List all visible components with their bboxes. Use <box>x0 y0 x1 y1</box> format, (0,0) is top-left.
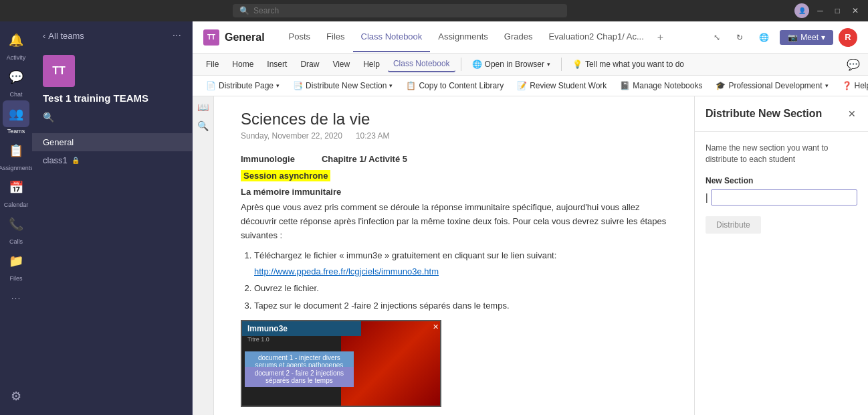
tab-class-notebook[interactable]: Class Notebook <box>353 22 431 52</box>
activity-label: Activity <box>7 55 26 61</box>
assignments-label: Assignments <box>0 165 33 171</box>
menu-class-notebook[interactable]: Class Notebook <box>388 56 455 72</box>
sidebar-item-more[interactable]: ··· <box>3 284 29 311</box>
channel-general[interactable]: General <box>32 133 192 151</box>
sidebar-item-calls[interactable]: 📞 Calls <box>3 211 29 245</box>
prof-dev-icon: 🎓 <box>716 81 726 90</box>
sidebar-item-calendar[interactable]: 📅 Calendar <box>3 174 29 208</box>
files-icon: 📁 <box>3 248 29 274</box>
maximize-button[interactable]: □ <box>831 5 844 17</box>
teams-label: Teams <box>7 129 25 135</box>
sidebar-item-chat[interactable]: 💬 Chat <box>3 64 29 98</box>
minimize-button[interactable]: ─ <box>813 5 827 17</box>
subject-label: Immunologie <box>241 154 295 164</box>
refresh-button[interactable]: ↻ <box>731 30 748 45</box>
teams-panel: ‹ All teams ··· TT Test 1 training TEAMS… <box>32 21 193 415</box>
back-label: All teams <box>48 31 84 41</box>
prof-dev-dropdown: ▾ <box>825 82 829 89</box>
list-item: Tapez sur le document 2 -faire 2 injecti… <box>254 298 667 313</box>
channel-search[interactable]: 🔍 <box>32 106 192 128</box>
subject-row: Immunologie Chapitre 1/ Activité 5 <box>241 154 667 164</box>
search-icon: 🔍 <box>239 6 249 15</box>
page-title: Sciences de la vie <box>241 110 667 129</box>
review-student-work-button[interactable]: 📝 Review Student Work <box>512 78 612 93</box>
help-feedback-button[interactable]: ❓ Help and Feedback ▾ <box>837 78 869 93</box>
immuno-link[interactable]: http://www.ppeda.free.fr/lcgjciels/immun… <box>254 266 439 276</box>
add-tab-button[interactable]: + <box>652 23 669 52</box>
sidebar-item-files[interactable]: 📁 Files <box>3 248 29 282</box>
browser-icon: 🌐 <box>472 60 482 69</box>
immuno-btn2[interactable]: document 2 - faire 2 injections séparés … <box>245 367 354 387</box>
tab-evaluation[interactable]: Evaluation2 Chap1/ Ac... <box>540 22 651 52</box>
sidebar-item-activity[interactable]: 🔔 Activity <box>3 27 29 61</box>
panel-close-button[interactable]: ✕ <box>847 107 857 120</box>
distribute-new-section-panel: Distribute New Section ✕ Name the new se… <box>694 96 868 415</box>
expand-button[interactable]: ⤡ <box>708 30 726 45</box>
sidebar-item-settings[interactable]: ⚙ <box>3 383 29 410</box>
files-label: Files <box>9 276 22 282</box>
chapter-label: Chapitre 1/ Activité 5 <box>322 154 407 164</box>
tell-me-button[interactable]: 💡 Tell me what you want to do <box>567 57 689 72</box>
team-more-button[interactable]: ··· <box>173 29 181 42</box>
steps-list: Téléchargez le fichier « immun3e » gratu… <box>241 248 667 313</box>
settings-icon: ⚙ <box>3 383 29 410</box>
menu-view[interactable]: View <box>327 57 355 72</box>
distribute-page-button[interactable]: 📄 Distribute Page ▾ <box>201 78 285 93</box>
menu-draw[interactable]: Draw <box>295 57 324 72</box>
copy-content-library-button[interactable]: 📋 Copy to Content Library <box>401 78 509 93</box>
camera-icon: 📷 <box>788 33 798 42</box>
lightbulb-icon: 💡 <box>572 60 582 69</box>
toolbar-separator <box>461 58 461 71</box>
tab-assignments[interactable]: Assignments <box>430 22 496 52</box>
globe-button[interactable]: 🌐 <box>754 30 774 45</box>
search-input[interactable] <box>253 6 560 15</box>
new-section-input[interactable] <box>711 189 857 205</box>
tab-files[interactable]: Files <box>318 22 352 52</box>
chat-icon-right[interactable]: 💬 <box>847 58 860 71</box>
menu-home[interactable]: Home <box>227 57 259 72</box>
title-bar: 🔍 👤 ─ □ ✕ <box>0 0 868 21</box>
team-avatar: TT <box>43 55 75 87</box>
tab-grades[interactable]: Grades <box>496 22 541 52</box>
more-icon: ··· <box>3 284 29 311</box>
channel-avatar: TT <box>203 29 219 46</box>
channel-class1[interactable]: class1 🔒 <box>32 151 192 169</box>
notebook-search-icon[interactable]: 🔍 <box>197 120 209 131</box>
user-avatar: R <box>839 28 857 47</box>
calendar-icon: 📅 <box>3 174 29 201</box>
sidebar-item-teams[interactable]: 👥 Teams <box>3 100 29 135</box>
notebook-pages-icon[interactable]: 📖 <box>197 102 209 112</box>
manage-icon: 📓 <box>620 81 630 90</box>
immuno-version: Titre 1.0 <box>247 336 269 343</box>
distribute-page-icon: 📄 <box>206 81 216 90</box>
manage-notebooks-button[interactable]: 📓 Manage Notebooks <box>615 78 708 93</box>
assignments-icon: 📋 <box>3 137 29 164</box>
distribute-new-section-button[interactable]: 📑 Distribute New Section ▾ <box>288 78 398 93</box>
professional-dev-button[interactable]: 🎓 Professional Development ▾ <box>710 78 833 93</box>
sidebar-item-assignments[interactable]: 📋 Assignments <box>0 137 33 171</box>
list-item: Ouvrez le fichier. <box>254 280 667 296</box>
list-item: Téléchargez le fichier « immun3e » gratu… <box>254 248 667 279</box>
calls-icon: 📞 <box>3 211 29 238</box>
menu-help[interactable]: Help <box>358 57 385 72</box>
panel-body: Name the new section you want to distrib… <box>695 132 868 415</box>
intro-text: Après que vous avez pris comment se déro… <box>241 201 667 242</box>
window-controls: 👤 ─ □ ✕ <box>794 3 863 18</box>
close-button[interactable]: ✕ <box>848 5 863 17</box>
activity-icon: 🔔 <box>3 27 29 54</box>
calls-label: Calls <box>9 239 23 245</box>
open-browser-button[interactable]: 🌐 Open in Browser ▾ <box>467 57 556 72</box>
tab-posts[interactable]: Posts <box>281 22 319 52</box>
menu-insert[interactable]: Insert <box>261 57 292 72</box>
memory-title: La mémoire immunitaire <box>241 187 667 197</box>
panel-title: Distribute New Section <box>706 108 822 120</box>
session-highlight: Session asynchrone <box>241 169 667 181</box>
immuno-close-icon[interactable]: ✕ <box>433 323 439 331</box>
search-bar[interactable]: 🔍 <box>233 4 567 17</box>
back-to-teams[interactable]: ‹ All teams <box>43 31 84 41</box>
distribute-page-dropdown: ▾ <box>276 82 280 89</box>
header-actions: ⤡ ↻ 🌐 📷 Meet ▾ R <box>708 28 857 47</box>
meet-button[interactable]: 📷 Meet ▾ <box>780 30 833 45</box>
distribute-confirm-button[interactable]: Distribute <box>706 216 761 234</box>
menu-file[interactable]: File <box>201 57 224 72</box>
